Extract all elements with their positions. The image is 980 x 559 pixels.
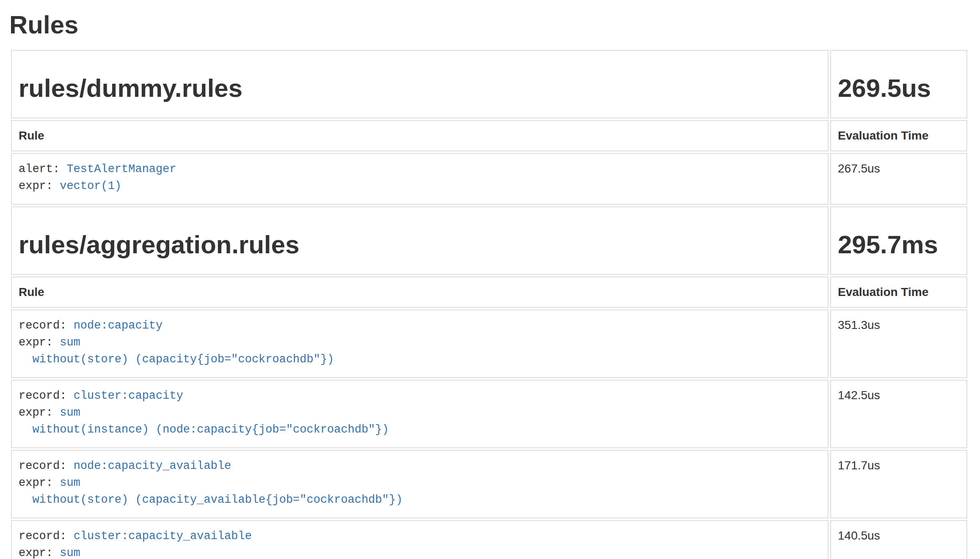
rule-code: record: cluster:capacity_availableexpr: …: [19, 528, 821, 559]
code-key: alert:: [19, 163, 66, 175]
rule-link[interactable]: without(store) (capacity{job="cockroachd…: [19, 353, 334, 366]
code-line: record: cluster:capacity: [19, 387, 821, 404]
group-eval-time-cell: 269.5us: [830, 50, 967, 118]
group-header-row: rules/aggregation.rules 295.7ms: [11, 206, 967, 275]
column-header-row: Rule Evaluation Time: [11, 120, 967, 151]
time-column-header-cell: Evaluation Time: [830, 120, 967, 151]
code-line: expr: sum: [19, 404, 821, 421]
code-key: expr:: [19, 547, 60, 559]
code-line: expr: vector(1): [19, 178, 821, 195]
rule-code: alert: TestAlertManagerexpr: vector(1): [19, 161, 821, 195]
code-line: alert: TestAlertManager: [19, 161, 821, 178]
code-line: expr: sum: [19, 334, 821, 351]
rule-row: alert: TestAlertManagerexpr: vector(1) 2…: [11, 153, 967, 205]
code-line: without(instance) (node:capacity{job="co…: [19, 421, 821, 438]
rule-link[interactable]: TestAlertManager: [66, 163, 176, 175]
rule-link[interactable]: sum: [60, 477, 80, 489]
rule-link[interactable]: without(instance) (node:capacity{job="co…: [19, 423, 389, 436]
rule-cell: record: node:capacity_availableexpr: sum…: [11, 450, 829, 518]
rule-row: record: node:capacityexpr: sum without(s…: [11, 310, 967, 378]
rule-column-header: Rule: [19, 285, 44, 299]
code-key: record:: [19, 530, 74, 543]
rule-link[interactable]: vector(1): [60, 180, 121, 192]
code-line: expr: sum: [19, 545, 821, 559]
rule-link[interactable]: without(store) (capacity_available{job="…: [19, 493, 402, 506]
rule-evaluation-time: 351.3us: [830, 310, 967, 378]
rule-row: record: cluster:capacity_availableexpr: …: [11, 520, 967, 559]
rule-evaluation-time: 171.7us: [830, 450, 967, 518]
rule-link[interactable]: cluster:capacity: [74, 389, 183, 402]
code-key: expr:: [19, 477, 60, 489]
code-line: record: node:capacity: [19, 317, 821, 334]
code-line: record: cluster:capacity_available: [19, 528, 821, 545]
rule-cell: record: node:capacityexpr: sum without(s…: [11, 310, 829, 378]
rule-evaluation-time: 267.5us: [830, 153, 967, 205]
rule-link[interactable]: node:capacity_available: [74, 460, 231, 472]
rule-link[interactable]: sum: [60, 336, 80, 349]
group-eval-time-cell: 295.7ms: [830, 206, 967, 275]
group-header-row: rules/dummy.rules 269.5us: [11, 50, 967, 118]
rule-row: record: cluster:capacityexpr: sum withou…: [11, 380, 967, 448]
rule-link[interactable]: sum: [60, 406, 80, 419]
time-column-header-cell: Evaluation Time: [830, 277, 967, 308]
group-name: rules/aggregation.rules: [19, 231, 821, 259]
rule-code: record: node:capacity_availableexpr: sum…: [19, 458, 821, 508]
time-column-header: Evaluation Time: [838, 285, 928, 299]
code-key: expr:: [19, 180, 60, 192]
rule-link[interactable]: sum: [60, 547, 80, 559]
code-key: record:: [19, 389, 74, 402]
rule-column-header-cell: Rule: [11, 277, 829, 308]
rule-link[interactable]: cluster:capacity_available: [74, 530, 252, 543]
rule-cell: record: cluster:capacity_availableexpr: …: [11, 520, 829, 559]
group-name: rules/dummy.rules: [19, 74, 821, 102]
group-evaluation-time: 295.7ms: [838, 231, 960, 259]
code-key: record:: [19, 460, 74, 472]
code-line: without(store) (capacity_available{job="…: [19, 491, 821, 508]
group-evaluation-time: 269.5us: [838, 74, 960, 102]
rule-evaluation-time: 140.5us: [830, 520, 967, 559]
rule-column-header: Rule: [19, 129, 44, 142]
code-line: record: node:capacity_available: [19, 458, 821, 474]
rule-column-header-cell: Rule: [11, 120, 829, 151]
column-header-row: Rule Evaluation Time: [11, 277, 967, 308]
rule-evaluation-time: 142.5us: [830, 380, 967, 448]
code-key: expr:: [19, 406, 60, 419]
rule-link[interactable]: node:capacity: [74, 319, 163, 332]
rule-code: record: node:capacityexpr: sum without(s…: [19, 317, 821, 368]
group-name-cell: rules/aggregation.rules: [11, 206, 829, 275]
group-name-cell: rules/dummy.rules: [11, 50, 829, 118]
rule-code: record: cluster:capacityexpr: sum withou…: [19, 387, 821, 438]
code-key: record:: [19, 319, 74, 332]
rule-cell: record: cluster:capacityexpr: sum withou…: [11, 380, 829, 448]
code-key: expr:: [19, 336, 60, 349]
page-title: Rules: [9, 11, 969, 39]
rule-row: record: node:capacity_availableexpr: sum…: [11, 450, 967, 518]
code-line: without(store) (capacity{job="cockroachd…: [19, 351, 821, 368]
code-line: expr: sum: [19, 474, 821, 491]
rules-table: rules/dummy.rules 269.5us Rule Evaluatio…: [9, 48, 969, 559]
rule-cell: alert: TestAlertManagerexpr: vector(1): [11, 153, 829, 205]
time-column-header: Evaluation Time: [838, 129, 928, 142]
